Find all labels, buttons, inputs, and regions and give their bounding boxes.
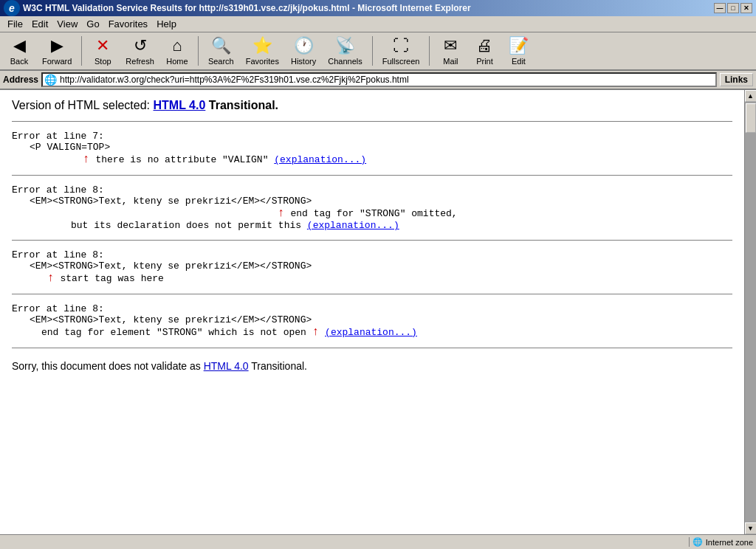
search-button[interactable]: 🔍 Search	[203, 34, 239, 68]
toolbar-separator-4	[429, 36, 430, 66]
back-button[interactable]: ◀ Back	[3, 34, 35, 68]
refresh-label: Refresh	[126, 57, 154, 66]
error-2-tag: <EM><STRONG>Text, kteny se prekrizi</EM>…	[30, 196, 732, 207]
window-title: W3C HTML Validation Service Results for …	[23, 3, 471, 13]
history-icon: 🕐	[294, 36, 314, 55]
error-4-link[interactable]: (explanation...)	[325, 327, 417, 338]
mail-button[interactable]: ✉ Mail	[434, 34, 467, 68]
error-1-tag: <P VALIGN=TOP>	[30, 142, 732, 153]
arrow-icon-1: ↑	[83, 153, 90, 166]
maximize-button[interactable]: □	[727, 3, 739, 13]
title-bar: e W3C HTML Validation Service Results fo…	[0, 0, 756, 16]
window-controls: — □ ✕	[714, 3, 752, 13]
toolbar-separator-2	[198, 36, 199, 66]
divider-0	[12, 121, 732, 122]
scroll-track[interactable]	[745, 102, 757, 522]
menu-help[interactable]: Help	[152, 17, 181, 31]
error-2-arrow: ↑ end tag for "STRONG" omitted,	[278, 207, 732, 220]
divider-2	[12, 240, 732, 241]
stop-icon: ✕	[96, 36, 109, 55]
fullscreen-label: Fullscreen	[382, 57, 420, 66]
menu-bar: File Edit View Go Favorites Help	[0, 16, 756, 32]
edit-label: Edit	[512, 57, 526, 66]
error-block-1: Error at line 7: <P VALIGN=TOP> ↑ there …	[12, 131, 732, 166]
error-4-line-label: Error at line 8:	[12, 303, 732, 314]
arrow-icon-3: ↑	[47, 272, 55, 285]
links-button[interactable]: Links	[720, 73, 753, 86]
menu-favorites[interactable]: Favorites	[104, 17, 152, 31]
address-input-container: 🌐 http://validator.w3.org/check?uri=http…	[41, 72, 717, 87]
toolbar: ◀ Back ▶ Forward ✕ Stop ↺ Refresh ⌂ Home…	[0, 32, 756, 71]
favorites-icon: ⭐	[252, 36, 272, 55]
error-2-line-label: Error at line 8:	[12, 184, 732, 196]
edit-button[interactable]: 📝 Edit	[502, 34, 535, 68]
scroll-thumb[interactable]	[746, 103, 756, 133]
error-3-msg: start tag was here	[60, 273, 163, 284]
divider-4	[12, 348, 732, 348]
home-icon: ⌂	[172, 36, 182, 55]
version-line: Version of HTML selected: HTML 4.0 Trans…	[12, 99, 732, 112]
error-2-msg2: but its declaration does not permit this…	[71, 220, 732, 231]
history-button[interactable]: 🕐 History	[286, 34, 321, 68]
sorry-line: Sorry, this document does not validate a…	[12, 360, 732, 372]
version-text: Version of HTML selected:	[12, 99, 154, 111]
toolbar-separator-1	[81, 36, 82, 66]
forward-label: Forward	[42, 57, 72, 66]
scrollbar[interactable]: ▲ ▼	[744, 90, 756, 534]
error-2-link[interactable]: (explanation...)	[307, 220, 399, 231]
address-label: Address	[3, 75, 38, 85]
divider-1	[12, 175, 732, 176]
version-suffix: Transitional.	[205, 99, 278, 111]
refresh-icon: ↺	[134, 36, 147, 55]
menu-file[interactable]: File	[3, 17, 27, 31]
error-3-line-label: Error at line 8:	[12, 249, 732, 260]
stop-label: Stop	[94, 57, 111, 66]
back-label: Back	[10, 57, 28, 66]
status-right: 🌐 Internet zone	[689, 537, 753, 547]
close-button[interactable]: ✕	[740, 3, 752, 13]
home-label: Home	[166, 57, 188, 66]
history-label: History	[291, 57, 316, 66]
scroll-up-button[interactable]: ▲	[745, 90, 757, 102]
sorry-link[interactable]: HTML 4.0	[204, 360, 249, 372]
channels-button[interactable]: 📡 Channels	[323, 34, 367, 68]
content-area[interactable]: Version of HTML selected: HTML 4.0 Trans…	[0, 90, 744, 534]
error-1-link[interactable]: (explanation...)	[274, 154, 366, 165]
channels-icon: 📡	[335, 36, 355, 55]
forward-button[interactable]: ▶ Forward	[37, 34, 77, 68]
menu-view[interactable]: View	[52, 17, 82, 31]
error-1-line-label: Error at line 7:	[12, 131, 732, 142]
print-icon: 🖨	[476, 36, 492, 55]
sorry-text: Sorry, this document does not validate a…	[12, 360, 204, 372]
mail-icon: ✉	[444, 36, 457, 55]
scroll-down-button[interactable]: ▼	[745, 522, 757, 534]
error-block-2: Error at line 8: <EM><STRONG>Text, kteny…	[12, 184, 732, 231]
arrow-icon-2: ↑	[278, 207, 285, 220]
minimize-button[interactable]: —	[714, 3, 726, 13]
home-button[interactable]: ⌂ Home	[161, 34, 193, 68]
error-1-msg: there is no attribute "VALIGN"	[95, 154, 274, 165]
channels-label: Channels	[328, 57, 362, 66]
address-url[interactable]: http://validator.w3.org/check?uri=http%3…	[60, 75, 409, 85]
fullscreen-button[interactable]: ⛶ Fullscreen	[377, 34, 425, 68]
divider-3	[12, 294, 732, 294]
refresh-button[interactable]: ↺ Refresh	[120, 34, 159, 68]
content-wrapper: Version of HTML selected: HTML 4.0 Trans…	[0, 90, 756, 534]
error-3-tag: <EM><STRONG>Text, kteny se prekrizi</EM>…	[30, 260, 732, 272]
zone-label: Internet zone	[706, 538, 753, 547]
error-block-4: Error at line 8: <EM><STRONG>Text, kteny…	[12, 303, 732, 339]
error-4-msg: end tag for element "STRONG" which is no…	[41, 325, 732, 339]
favorites-button[interactable]: ⭐ Favorites	[241, 34, 284, 68]
error-2-msg1: end tag for "STRONG" omitted,	[290, 208, 457, 219]
error-3-arrow: ↑ start tag was here	[47, 272, 732, 285]
status-bar: 🌐 Internet zone	[0, 534, 756, 549]
menu-go[interactable]: Go	[82, 17, 103, 31]
search-icon: 🔍	[211, 36, 231, 55]
version-link[interactable]: HTML 4.0	[154, 99, 206, 111]
print-button[interactable]: 🖨 Print	[468, 34, 501, 68]
mail-label: Mail	[443, 57, 458, 66]
edit-icon: 📝	[509, 36, 529, 55]
menu-edit[interactable]: Edit	[27, 17, 52, 31]
stop-button[interactable]: ✕ Stop	[86, 34, 119, 68]
back-icon: ◀	[13, 36, 26, 55]
